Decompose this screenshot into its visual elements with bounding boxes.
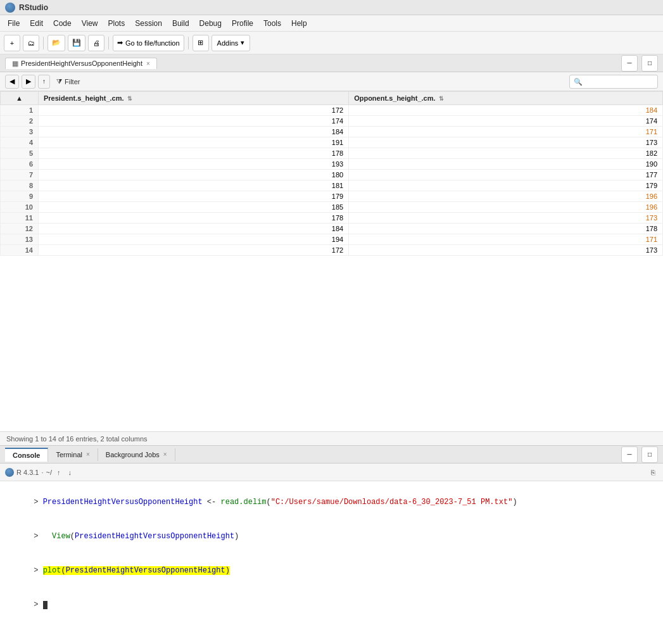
cell-president-height: 184 xyxy=(39,224,349,234)
cmd-varname-1: PresidentHeightVersusOpponentHeight xyxy=(43,498,203,507)
table-row: 8181179 xyxy=(1,180,663,191)
down-arrow-history-button[interactable]: ↓ xyxy=(66,468,75,477)
data-tab-close[interactable]: × xyxy=(146,60,150,67)
cell-opponent-height: 179 xyxy=(349,180,663,191)
cmd-paren-1: ( xyxy=(267,498,271,507)
menu-view[interactable]: View xyxy=(77,18,103,29)
cmd-func-3: plot xyxy=(43,566,61,575)
data-viewer-tab[interactable]: ▦ PresidentHeightVersusOpponentHeight × xyxy=(5,58,157,69)
save-button[interactable]: 💾 xyxy=(68,35,85,51)
layout-button[interactable]: ⊞ xyxy=(193,35,209,51)
table-row: 10185196 xyxy=(1,202,663,213)
menu-help[interactable]: Help xyxy=(286,18,312,29)
menu-file[interactable]: File xyxy=(3,18,25,29)
col-header-president-height[interactable]: President.s_height_.cm. ⇅ xyxy=(39,92,349,105)
minimize-button[interactable]: ─ xyxy=(621,55,638,72)
table-row: 7180177 xyxy=(1,170,663,180)
tab-terminal-close[interactable]: × xyxy=(86,451,90,458)
col-header-index[interactable]: ▲ xyxy=(1,92,39,105)
cell-president-height: 191 xyxy=(39,137,349,148)
menu-profile[interactable]: Profile xyxy=(227,18,258,29)
cell-president-height: 193 xyxy=(39,159,349,170)
search-input[interactable] xyxy=(569,75,658,89)
cmd-paren-close-1: ) xyxy=(512,498,517,507)
cell-president-height: 174 xyxy=(39,116,349,127)
cmd-varname-2: PresidentHeightVersusOpponentHeight xyxy=(75,532,234,541)
console-minimize-button[interactable]: ─ xyxy=(621,446,638,463)
print-button[interactable]: 🖨 xyxy=(88,35,104,51)
menu-code[interactable]: Code xyxy=(48,18,77,29)
addins-button[interactable]: Addins ▾ xyxy=(212,35,251,51)
col-sort-icon-opponent: ⇅ xyxy=(439,96,444,102)
cell-row-number: 7 xyxy=(1,170,39,180)
cell-opponent-height: 171 xyxy=(349,234,663,245)
cell-row-number: 2 xyxy=(1,116,39,127)
console-body[interactable]: > PresidentHeightVersusOpponentHeight <-… xyxy=(0,481,663,644)
prompt-4: > xyxy=(34,600,42,609)
status-text: Showing 1 to 14 of 16 entries, 2 total c… xyxy=(6,435,148,443)
cell-row-number: 10 xyxy=(1,202,39,213)
arrow-right-icon: ➡ xyxy=(117,39,123,47)
cmd-func-2: View xyxy=(52,532,70,541)
table-row: 3184171 xyxy=(1,127,663,137)
filter-label: Filter xyxy=(65,78,80,85)
menu-debug[interactable]: Debug xyxy=(194,18,227,29)
cmd-str-1: "C:/Users/samue/Downloads/data-6_30_2023… xyxy=(271,498,513,507)
cursor xyxy=(43,601,47,609)
cell-president-height: 178 xyxy=(39,148,349,159)
cell-opponent-height: 177 xyxy=(349,170,663,180)
menu-plots[interactable]: Plots xyxy=(103,18,130,29)
cell-row-number: 11 xyxy=(1,213,39,224)
data-viewer-panel: ▦ PresidentHeightVersusOpponentHeight × … xyxy=(0,54,663,446)
cell-row-number: 14 xyxy=(1,245,39,256)
new-project-button[interactable]: 🗂 xyxy=(23,35,39,51)
go-to-file-label: Go to file/function xyxy=(125,39,180,47)
menu-session[interactable]: Session xyxy=(130,18,167,29)
menu-edit[interactable]: Edit xyxy=(25,18,48,29)
copy-console-button[interactable]: ⎘ xyxy=(648,468,658,477)
console-toolbar: R 4.3.1 · ~/ ↑ ↓ ⎘ xyxy=(0,464,663,481)
cell-president-height: 178 xyxy=(39,213,349,224)
cell-opponent-height: 184 xyxy=(349,105,663,116)
status-bar: Showing 1 to 14 of 16 entries, 2 total c… xyxy=(0,431,663,445)
toolbar-separator-2 xyxy=(108,37,109,49)
toolbar-separator xyxy=(43,37,44,49)
layout-icon: ⊞ xyxy=(198,39,203,47)
plus-icon: + xyxy=(10,39,14,47)
menu-tools[interactable]: Tools xyxy=(258,18,286,29)
new-file-button[interactable]: + xyxy=(4,35,20,51)
addins-label: Addins xyxy=(217,39,239,47)
go-to-file-button[interactable]: ➡ Go to file/function xyxy=(113,35,184,51)
table-row: 13194171 xyxy=(1,234,663,245)
tab-terminal-label: Terminal xyxy=(56,451,82,458)
tab-console[interactable]: Console xyxy=(5,448,48,462)
cell-opponent-height: 196 xyxy=(349,202,663,213)
cell-opponent-height: 182 xyxy=(349,148,663,159)
r-logo-icon xyxy=(5,3,15,13)
tab-terminal[interactable]: Terminal × xyxy=(48,448,98,461)
open-file-button[interactable]: 📂 xyxy=(47,35,65,51)
tab-background-jobs[interactable]: Background Jobs × xyxy=(98,448,175,461)
console-panel: Console Terminal × Background Jobs × ─ □… xyxy=(0,446,663,644)
table-row: 12184178 xyxy=(1,224,663,234)
back-button[interactable]: ◀ xyxy=(5,75,19,89)
prompt-1: > xyxy=(34,498,42,507)
working-dir-label: ~/ xyxy=(46,469,52,476)
filter-button[interactable]: ⧩ Filter xyxy=(53,76,84,87)
console-maximize-button[interactable]: □ xyxy=(641,446,658,463)
data-toolbar: ◀ ▶ ↑ ⧩ Filter xyxy=(0,72,663,91)
up-arrow-history-button[interactable]: ↑ xyxy=(54,468,63,477)
prompt-2: > xyxy=(34,532,52,541)
forward-button[interactable]: ▶ xyxy=(22,75,35,89)
maximize-button[interactable]: □ xyxy=(641,55,658,72)
scroll-left-button[interactable]: ↑ xyxy=(38,75,50,89)
table-row: 6193190 xyxy=(1,159,663,170)
data-table-container[interactable]: ▲ President.s_height_.cm. ⇅ Opponent.s_h… xyxy=(0,91,663,431)
cell-opponent-height: 196 xyxy=(349,191,663,202)
menu-build[interactable]: Build xyxy=(167,18,194,29)
data-tab-bar: ▦ PresidentHeightVersusOpponentHeight × … xyxy=(0,54,663,72)
tab-background-jobs-close[interactable]: × xyxy=(163,451,167,458)
cell-row-number: 5 xyxy=(1,148,39,159)
col-header-opponent-height[interactable]: Opponent.s_height_.cm. ⇅ xyxy=(349,92,663,105)
cmd-func-1: read.delim xyxy=(220,498,266,507)
